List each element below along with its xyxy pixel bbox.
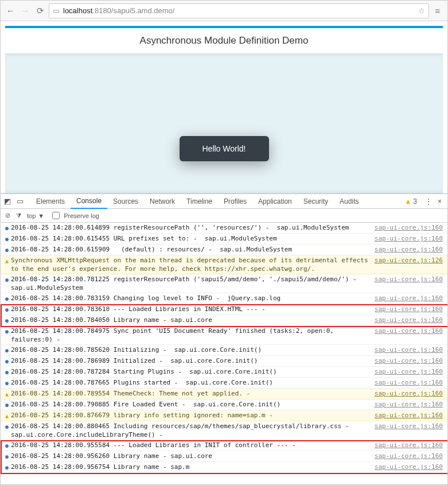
log-source-link[interactable]: sap-ui-core.js:160	[375, 463, 443, 471]
info-icon: ●	[3, 422, 11, 431]
log-row: ●2016-08-25 14:28:00.615909 (default) : …	[1, 245, 447, 255]
log-message: 2016-08-25 14:28:00.783159 Changing log …	[11, 294, 375, 302]
log-row: ●2016-08-25 14:28:00.784050 Library name…	[1, 315, 447, 326]
log-row: ●2016-08-25 14:28:00.783610 --- Loaded L…	[1, 304, 447, 315]
log-source-link[interactable]: sap-ui-core.js:160	[375, 367, 443, 376]
log-row: ●2016-08-25 14:28:00.785620 Initializing…	[1, 345, 447, 356]
device-icon[interactable]: ▭	[17, 197, 24, 205]
info-icon: ●	[3, 235, 11, 243]
log-message: 2016-08-25 14:28:00.615909 (default) : r…	[11, 245, 375, 254]
tab-timeline[interactable]: Timeline	[181, 194, 218, 209]
inspect-icon[interactable]: ◩	[4, 197, 11, 205]
log-source-link[interactable]: sap-ui-core.js:160	[375, 378, 443, 387]
log-row: ●2016-08-25 14:28:00.787284 Starting Plu…	[1, 367, 447, 378]
back-button[interactable]: ←	[4, 5, 17, 17]
log-message: 2016-08-25 14:28:00.787665 Plugins start…	[11, 378, 375, 387]
tab-sources[interactable]: Sources	[107, 194, 144, 209]
clear-console-icon[interactable]: ⊘	[5, 212, 10, 219]
log-source-link[interactable]: sap-ui-core.js:160	[375, 305, 443, 313]
log-source-link[interactable]: sap-ui-core.js:160	[375, 294, 443, 302]
close-icon[interactable]: ×	[435, 197, 444, 205]
bookmark-icon[interactable]: ☆	[418, 6, 425, 15]
info-icon: ●	[3, 379, 11, 387]
tab-network[interactable]: Network	[144, 194, 181, 209]
preserve-log-checkbox[interactable]: Preserve log	[50, 210, 99, 221]
more-icon[interactable]: ⋮	[422, 197, 435, 205]
log-row: ●2016-08-25 14:28:00.787665 Plugins star…	[1, 378, 447, 389]
log-source-link[interactable]: sap-ui-core.js:160	[375, 346, 443, 354]
log-source-link[interactable]: sap-ui-core.js:160	[375, 327, 443, 335]
log-source-link[interactable]: sap-ui-core.js:160	[375, 275, 443, 284]
log-source-link[interactable]: sap-ui-core.js:160	[375, 316, 443, 324]
log-source-link[interactable]: sap-ui-core.js:126	[375, 256, 443, 265]
log-message: 2016-08-25 14:28:00.880465 Including res…	[11, 422, 375, 439]
info-icon: ●	[3, 294, 11, 303]
info-icon: ●	[3, 316, 11, 325]
log-source-link[interactable]: sap-ui-core.js:160	[375, 234, 443, 243]
log-row: ●2016-08-25 14:28:00.956754 Library name…	[1, 462, 447, 473]
log-message: 2016-08-25 14:28:00.781225 registerResou…	[11, 275, 375, 292]
console-log-list: ●2016-08-25 14:28:00.614899 registerReso…	[1, 223, 447, 473]
devtools-panel: ◩ ▭ ElementsConsoleSourcesNetworkTimelin…	[1, 193, 447, 473]
warnings-badge[interactable]: ▲ 3	[404, 197, 422, 205]
browser-toolbar: ← → ⟳ ▭ localhost:8180/sapui5.amd.demo/ …	[1, 1, 447, 21]
log-source-link[interactable]: sap-ui-core.js:160	[375, 223, 443, 232]
info-icon: ●	[3, 463, 11, 472]
log-source-link[interactable]: sap-ui-core.js:160	[375, 411, 443, 420]
app-stage: Hello World!	[5, 53, 443, 193]
log-message: 2016-08-25 14:28:00.956754 Library name …	[11, 463, 375, 471]
warning-icon: ▲	[3, 257, 11, 265]
tab-console[interactable]: Console	[71, 194, 107, 209]
info-icon: ●	[3, 276, 11, 284]
tab-application[interactable]: Application	[252, 194, 298, 209]
reload-button[interactable]: ⟳	[34, 5, 46, 17]
info-icon: ●	[3, 441, 11, 450]
info-icon: ●	[3, 401, 11, 409]
page-icon: ▭	[53, 6, 60, 15]
tab-security[interactable]: Security	[298, 194, 334, 209]
info-icon: ●	[3, 452, 11, 461]
preserve-log-input[interactable]	[52, 212, 60, 219]
log-message: 2016-08-25 14:28:00.783610 --- Loaded Li…	[11, 305, 375, 313]
log-source-link[interactable]: sap-ui-core.js:160	[375, 245, 443, 254]
page-title: Asynchronous Module Definition Demo	[5, 28, 443, 53]
log-source-link[interactable]: sap-ui-core.js:160	[375, 356, 443, 365]
warning-icon: ▲	[3, 412, 11, 420]
log-message: 2016-08-25 14:28:00.955584 --- Loaded Li…	[11, 441, 375, 449]
hello-button[interactable]: Hello World!	[180, 136, 269, 161]
log-message: 2016-08-25 14:28:00.787284 Starting Plug…	[11, 367, 375, 376]
tab-elements[interactable]: Elements	[30, 194, 71, 209]
info-icon: ●	[3, 346, 11, 355]
address-bar[interactable]: ▭ localhost:8180/sapui5.amd.demo/ ☆	[49, 3, 429, 18]
forward-button[interactable]: →	[19, 5, 32, 17]
log-source-link[interactable]: sap-ui-core.js:160	[375, 389, 443, 398]
warning-icon: ▲	[404, 197, 411, 205]
info-icon: ●	[3, 246, 11, 254]
info-icon: ●	[3, 305, 11, 314]
filter-icon[interactable]: ⧩	[16, 212, 21, 219]
log-message: 2016-08-25 14:28:00.876679 library info …	[11, 411, 375, 420]
log-row: ●2016-08-25 14:28:00.786989 Initialized …	[1, 356, 447, 367]
log-source-link[interactable]: sap-ui-core.js:160	[375, 422, 443, 430]
log-message: 2016-08-25 14:28:00.785620 Initializing …	[11, 346, 375, 354]
page-viewport: Asynchronous Module Definition Demo Hell…	[1, 21, 447, 193]
log-message: 2016-08-25 14:28:00.789554 ThemeCheck: T…	[11, 389, 375, 398]
log-row: ▲2016-08-25 14:28:00.876679 library info…	[1, 410, 447, 421]
menu-button[interactable]: ≡	[431, 5, 444, 17]
log-row: ▲Synchronous XMLHttpRequest on the main …	[1, 255, 447, 274]
log-row: ●2016-08-25 14:28:00.880465 Including re…	[1, 421, 447, 440]
log-row: ●2016-08-25 14:28:00.784975 Sync point '…	[1, 326, 447, 345]
log-message: 2016-08-25 14:28:00.790885 Fire Loaded E…	[11, 400, 375, 409]
log-message: 2016-08-25 14:28:00.615455 URL prefixes …	[11, 234, 375, 243]
tab-profiles[interactable]: Profiles	[218, 194, 252, 209]
log-source-link[interactable]: sap-ui-core.js:160	[375, 452, 443, 460]
log-source-link[interactable]: sap-ui-core.js:160	[375, 400, 443, 409]
info-icon: ●	[3, 357, 11, 366]
log-row: ●2016-08-25 14:28:00.783159 Changing log…	[1, 293, 447, 304]
url-text: localhost:8180/sapui5.amd.demo/	[63, 6, 415, 15]
console-toolbar: ⊘ ⧩ top▼ Preserve log	[1, 209, 447, 223]
context-selector[interactable]: top▼	[27, 212, 44, 219]
log-message: 2016-08-25 14:28:00.956260 Library name …	[11, 452, 375, 460]
tab-audits[interactable]: Audits	[334, 194, 364, 209]
log-source-link[interactable]: sap-ui-core.js:160	[375, 441, 443, 449]
